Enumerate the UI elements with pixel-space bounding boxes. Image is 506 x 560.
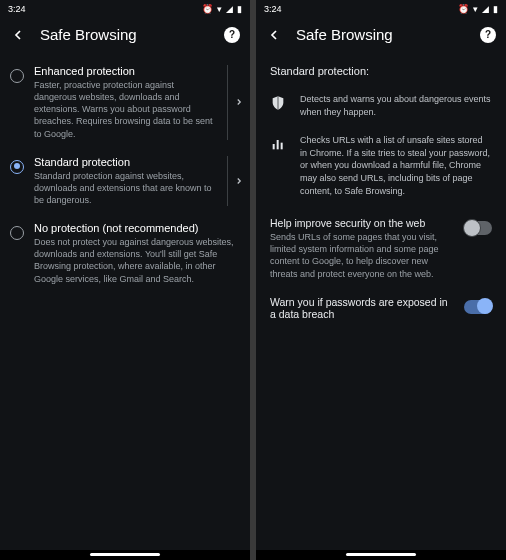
- option-title: No protection (not recommended): [34, 222, 240, 234]
- phone-left: 3:24 ⏰▾◢▮ Safe Browsing ? Enhanced prote…: [0, 0, 250, 560]
- switch-improve-security[interactable]: [464, 221, 492, 235]
- toggle-title: Warn you if passwords are exposed in a d…: [270, 296, 454, 320]
- phone-right: 3:24 ⏰▾◢▮ Safe Browsing ? Standard prote…: [256, 0, 506, 560]
- option-desc: Does not protect you against dangerous w…: [34, 236, 240, 285]
- detail-row: Detects and warns you about dangerous ev…: [256, 87, 506, 128]
- options-list: Enhanced protection Faster, proactive pr…: [0, 53, 250, 550]
- help-button[interactable]: ?: [480, 27, 496, 43]
- status-bar: 3:24 ⏰▾◢▮: [256, 0, 506, 18]
- toggle-title: Help improve security on the web: [270, 217, 454, 229]
- detail-text: Checks URLs with a list of unsafe sites …: [300, 134, 492, 197]
- bar-chart-icon: [270, 136, 286, 152]
- toggle-password-breach: Warn you if passwords are exposed in a d…: [256, 286, 506, 328]
- radio-enhanced[interactable]: [10, 69, 24, 83]
- detail-content: Standard protection: Detects and warns y…: [256, 53, 506, 550]
- divider: [227, 65, 228, 140]
- header: Safe Browsing ?: [0, 18, 250, 53]
- page-title: Safe Browsing: [296, 26, 466, 43]
- option-desc: Faster, proactive protection against dan…: [34, 79, 216, 140]
- toggle-improve-security: Help improve security on the web Sends U…: [256, 207, 506, 286]
- option-enhanced[interactable]: Enhanced protection Faster, proactive pr…: [0, 57, 250, 148]
- detail-row: Checks URLs with a list of unsafe sites …: [256, 128, 506, 207]
- nav-bar: [256, 550, 506, 560]
- switch-password-breach[interactable]: [464, 300, 492, 314]
- radio-none[interactable]: [10, 226, 24, 240]
- option-title: Standard protection: [34, 156, 216, 168]
- option-title: Enhanced protection: [34, 65, 216, 77]
- status-icons: ⏰▾◢▮: [458, 4, 498, 14]
- header: Safe Browsing ?: [256, 18, 506, 53]
- back-button[interactable]: [266, 27, 282, 43]
- divider: [227, 156, 228, 206]
- svg-rect-0: [273, 144, 275, 149]
- radio-standard[interactable]: [10, 160, 24, 174]
- detail-text: Detects and warns you about dangerous ev…: [300, 93, 492, 118]
- status-time: 3:24: [264, 4, 282, 14]
- section-title: Standard protection:: [256, 57, 506, 87]
- status-icons: ⏰▾◢▮: [202, 4, 242, 14]
- back-button[interactable]: [10, 27, 26, 43]
- chevron-right-icon[interactable]: [232, 176, 246, 186]
- help-button[interactable]: ?: [224, 27, 240, 43]
- option-desc: Standard protection against websites, do…: [34, 170, 216, 206]
- svg-rect-1: [277, 140, 279, 149]
- toggle-desc: Sends URLs of some pages that you visit,…: [270, 231, 454, 280]
- chevron-right-icon[interactable]: [232, 97, 246, 107]
- status-time: 3:24: [8, 4, 26, 14]
- status-bar: 3:24 ⏰▾◢▮: [0, 0, 250, 18]
- option-standard[interactable]: Standard protection Standard protection …: [0, 148, 250, 214]
- shield-icon: [270, 95, 286, 111]
- page-title: Safe Browsing: [40, 26, 210, 43]
- svg-rect-2: [281, 143, 283, 150]
- nav-bar: [0, 550, 250, 560]
- option-no-protection[interactable]: No protection (not recommended) Does not…: [0, 214, 250, 293]
